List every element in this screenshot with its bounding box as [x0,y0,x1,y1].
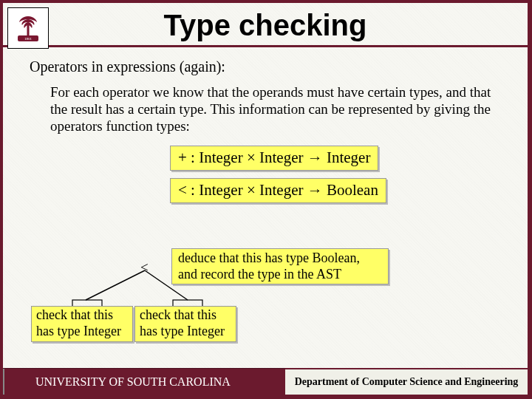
svg-rect-0 [27,25,30,35]
university-logo: 1801 [7,7,49,49]
slide-title: Type checking [3,9,528,42]
body-paragraph: For each operator we know that the opera… [50,83,505,135]
type-signature-plus: + : Integer × Integer → Integer [170,146,378,171]
svg-line-4 [145,270,188,300]
content-area: Operators in expressions (again): For ea… [3,58,528,211]
check-left-annotation: check that this has type Integer [31,306,133,342]
svg-text:1801: 1801 [24,37,33,41]
palmetto-icon: 1801 [12,12,44,44]
check-right-annotation: check that this has type Integer [134,306,236,342]
tree-diagram [68,267,231,309]
footer-department: Department of Computer Science and Engin… [285,368,528,395]
svg-line-3 [86,270,145,300]
slide-frame: 1801 Type checking Operators in expressi… [0,0,532,399]
type-signature-lt: < : Integer × Integer → Boolean [170,178,386,203]
footer: UNIVERSITY OF SOUTH CAROLINA Department … [3,368,528,395]
section-subhead: Operators in expressions (again): [30,58,505,76]
footer-university: UNIVERSITY OF SOUTH CAROLINA [3,368,285,395]
title-underline [3,45,528,47]
